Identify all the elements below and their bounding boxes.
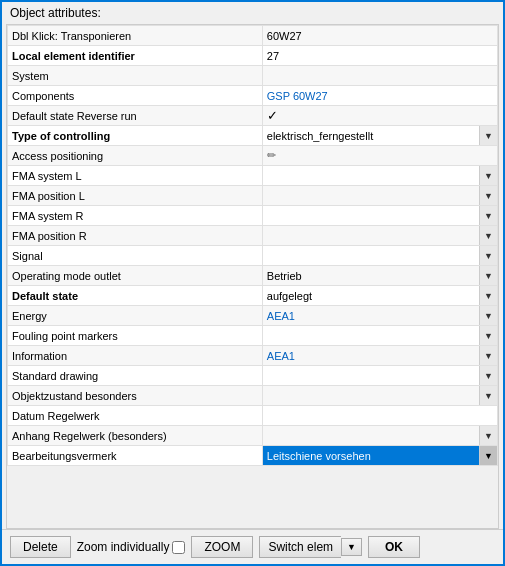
row-label-12: Operating mode outlet: [8, 266, 263, 286]
dropdown-arrow-11[interactable]: ▼: [479, 246, 497, 265]
row-value-7[interactable]: ▼: [262, 166, 497, 186]
row-value-3: GSP 60W27: [262, 86, 497, 106]
row-label-10: FMA position R: [8, 226, 263, 246]
row-label-17: Standard drawing: [8, 366, 263, 386]
dropdown-arrow-5[interactable]: ▼: [479, 126, 497, 145]
footer: Delete Zoom individually ZOOM Switch ele…: [2, 529, 503, 564]
ok-button[interactable]: OK: [368, 536, 420, 558]
row-label-16: Information: [8, 346, 263, 366]
row-value-21[interactable]: Leitschiene vorsehen▼: [262, 446, 497, 466]
row-value-5[interactable]: elektrisch_ferngestellt▼: [262, 126, 497, 146]
dropdown-arrow-14[interactable]: ▼: [479, 306, 497, 325]
row-value-16[interactable]: AEA1▼: [262, 346, 497, 366]
switch-elem-group: Switch elem ▼: [259, 536, 362, 558]
switch-elem-button[interactable]: Switch elem: [259, 536, 341, 558]
switch-elem-dropdown-arrow[interactable]: ▼: [341, 538, 362, 556]
row-label-9: FMA system R: [8, 206, 263, 226]
row-label-8: FMA position L: [8, 186, 263, 206]
row-value-1: 27: [262, 46, 497, 66]
dropdown-arrow-13[interactable]: ▼: [479, 286, 497, 305]
row-value-0: 60W27: [262, 26, 497, 46]
row-label-15: Fouling point markers: [8, 326, 263, 346]
row-value-19: [262, 406, 497, 426]
row-label-20: Anhang Regelwerk (besonders): [8, 426, 263, 446]
row-value-4: ✓: [262, 106, 497, 126]
window-title: Object attributes:: [2, 2, 503, 24]
row-value-14[interactable]: AEA1▼: [262, 306, 497, 326]
attributes-table: Dbl Klick: Transponieren60W27Local eleme…: [7, 25, 498, 466]
row-value-18[interactable]: ▼: [262, 386, 497, 406]
row-label-2: System: [8, 66, 263, 86]
row-value-2: [262, 66, 497, 86]
dropdown-arrow-7[interactable]: ▼: [479, 166, 497, 185]
row-label-13: Default state: [8, 286, 263, 306]
main-window: Object attributes: Dbl Klick: Transponie…: [0, 0, 505, 566]
dropdown-arrow-9[interactable]: ▼: [479, 206, 497, 225]
dropdown-arrow-10[interactable]: ▼: [479, 226, 497, 245]
row-label-5: Type of controlling: [8, 126, 263, 146]
row-value-17[interactable]: ▼: [262, 366, 497, 386]
row-label-1: Local element identifier: [8, 46, 263, 66]
row-label-14: Energy: [8, 306, 263, 326]
edit-icon-6[interactable]: ✏: [267, 149, 276, 161]
delete-button[interactable]: Delete: [10, 536, 71, 558]
row-label-18: Objektzustand besonders: [8, 386, 263, 406]
dropdown-arrow-18[interactable]: ▼: [479, 386, 497, 405]
row-value-9[interactable]: ▼: [262, 206, 497, 226]
row-label-0: Dbl Klick: Transponieren: [8, 26, 263, 46]
dropdown-arrow-21[interactable]: ▼: [479, 446, 497, 465]
row-label-6: Access positioning: [8, 146, 263, 166]
row-value-15[interactable]: ▼: [262, 326, 497, 346]
row-label-21: Bearbeitungsvermerk: [8, 446, 263, 466]
zoom-individually-label: Zoom individually: [77, 540, 170, 554]
row-value-12[interactable]: Betrieb▼: [262, 266, 497, 286]
row-value-10[interactable]: ▼: [262, 226, 497, 246]
row-label-4: Default state Reverse run: [8, 106, 263, 126]
row-value-13[interactable]: aufgelegt▼: [262, 286, 497, 306]
row-label-11: Signal: [8, 246, 263, 266]
row-value-11[interactable]: ▼: [262, 246, 497, 266]
row-value-8[interactable]: ▼: [262, 186, 497, 206]
row-value-6: ✏: [262, 146, 497, 166]
dropdown-arrow-12[interactable]: ▼: [479, 266, 497, 285]
dropdown-arrow-16[interactable]: ▼: [479, 346, 497, 365]
row-value-20[interactable]: ▼: [262, 426, 497, 446]
dropdown-arrow-17[interactable]: ▼: [479, 366, 497, 385]
row-label-3: Components: [8, 86, 263, 106]
checkbox-4[interactable]: ✓: [267, 108, 278, 123]
row-label-7: FMA system L: [8, 166, 263, 186]
zoom-individually-checkbox[interactable]: [172, 541, 185, 554]
zoom-button[interactable]: ZOOM: [191, 536, 253, 558]
table-scroll-area[interactable]: Dbl Klick: Transponieren60W27Local eleme…: [7, 25, 498, 528]
attributes-table-wrapper: Dbl Klick: Transponieren60W27Local eleme…: [6, 24, 499, 529]
zoom-individually-group: Zoom individually: [77, 540, 186, 554]
dropdown-arrow-8[interactable]: ▼: [479, 186, 497, 205]
dropdown-arrow-20[interactable]: ▼: [479, 426, 497, 445]
dropdown-arrow-15[interactable]: ▼: [479, 326, 497, 345]
row-label-19: Datum Regelwerk: [8, 406, 263, 426]
